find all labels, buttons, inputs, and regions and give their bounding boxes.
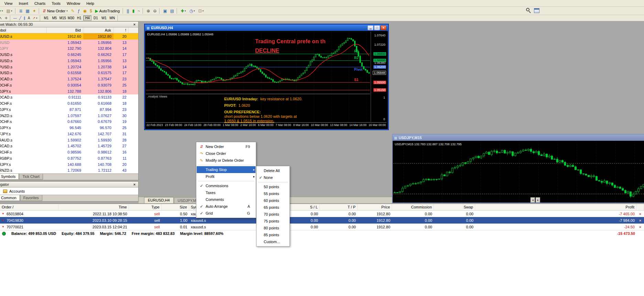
market-watch-row[interactable]: CHFJPY.s142.676142.70731 <box>0 131 138 137</box>
market-watch-row[interactable]: EURUSD1.059431.0595613 <box>0 39 138 46</box>
market-watch-row[interactable]: EURCHF.s0.985960.9861216 <box>0 149 138 155</box>
experts-button[interactable]: ƒ <box>76 8 81 14</box>
market-watch-row[interactable]: EURUSD.s1.059431.0595613 <box>0 58 138 64</box>
menu-view[interactable]: View <box>1 0 16 7</box>
candlestick-chart-button[interactable]: ▮ <box>131 8 136 14</box>
terminal-column-order[interactable]: Order / <box>0 204 58 210</box>
menu-item-75-points[interactable]: 75 points <box>257 218 289 225</box>
menu-item-profit[interactable]: Profit▸ <box>197 173 255 180</box>
search-icon[interactable] <box>526 8 531 13</box>
market-watch-row[interactable]: USDJPY.s132.788132.80618 <box>0 88 138 94</box>
timeframe-h1[interactable]: H1 <box>75 15 83 21</box>
market-watch-column-spread[interactable]: ! <box>113 27 129 33</box>
cascade-windows-button[interactable]: ▤ <box>169 8 175 14</box>
menu-item-85-points[interactable]: 85 points <box>257 231 289 238</box>
menu-item-60-points[interactable]: 60 points <box>257 197 289 204</box>
market-watch-row[interactable]: EURJPY.s140.688140.70820 <box>0 161 138 168</box>
menu-item-custom[interactable]: Custom... <box>257 238 289 245</box>
timeframe-h4[interactable]: H4 <box>83 15 91 21</box>
timeframe-m30[interactable]: M30 <box>67 15 75 21</box>
terminal-column-time[interactable]: Time <box>58 204 129 210</box>
menu-item-taxes[interactable]: Taxes <box>197 189 255 196</box>
menu-item-80-points[interactable]: 80 points <box>257 225 289 231</box>
market-watch-button[interactable]: ≣ <box>18 8 23 14</box>
eurusd-chart-area[interactable]: EURUSD,H4 1.05896 1.05989 1.05862 1.0594… <box>145 31 388 129</box>
zoom-out-button[interactable]: ⊖ <box>152 8 157 14</box>
market-watch-row[interactable]: AUDCHF.s0.616500.6166818 <box>0 100 138 106</box>
market-watch-column-symbol[interactable]: Symbol <box>0 27 47 33</box>
indicators-button[interactable]: ✚▾ <box>179 8 187 14</box>
tab-favorites[interactable]: Favorites <box>20 195 42 201</box>
close-position-button[interactable]: × <box>636 218 644 223</box>
navigator-titlebar[interactable]: Navigator × <box>0 182 138 187</box>
market-watch-column-bid[interactable]: Bid <box>47 27 83 33</box>
minimize-button[interactable]: ▁ <box>368 25 373 30</box>
market-watch-row[interactable]: AUDJPY.s87.97187.99423 <box>0 106 138 113</box>
close-position-button[interactable]: × <box>636 225 644 229</box>
autotrading-button[interactable]: ▶AutoTrading <box>94 8 121 14</box>
menu-insert[interactable]: Insert <box>15 0 31 7</box>
menu-window[interactable]: Window <box>64 0 83 7</box>
line-chart-button[interactable]: ~ <box>136 8 141 14</box>
menu-help[interactable]: Help <box>83 0 97 7</box>
order-row[interactable]: ▼704198302023.03.10 09:28:15sell1.00xauu… <box>0 217 644 224</box>
menu-item-70-points[interactable]: 70 points <box>257 211 289 218</box>
terminal-column-size[interactable]: Size <box>162 204 189 210</box>
text-button[interactable]: A <box>27 15 31 21</box>
market-watch-titlebar[interactable]: Market Watch: 06:55:30 × <box>0 22 138 27</box>
mql5-community-button[interactable]: ◉ <box>81 8 87 14</box>
terminal-column-s-l[interactable]: S / L <box>291 204 320 210</box>
terminal-column-commission[interactable]: Commission <box>392 204 434 210</box>
market-watch-row[interactable]: NZDUSD.s0.615580.6157517 <box>0 70 138 76</box>
new-chart-button[interactable]: ✚▾ <box>0 8 4 14</box>
zoom-in-button[interactable]: ⊕ <box>145 8 151 14</box>
market-watch-row[interactable]: CADCHF.s0.676600.6767919 <box>0 119 138 125</box>
bar-chart-button[interactable]: ||| <box>125 8 130 14</box>
market-watch-row[interactable]: EURAUD.s1.599021.5993028 <box>0 137 138 143</box>
menu-item-commissions[interactable]: ✓Commissions <box>197 182 255 189</box>
close-button[interactable]: × <box>381 25 386 30</box>
menu-item-close-order[interactable]: ↷Close Order <box>197 150 255 157</box>
tab-common[interactable]: Common <box>0 195 20 201</box>
timeframe-mn[interactable]: MN <box>108 15 116 21</box>
timeframe-d1[interactable]: D1 <box>91 15 100 21</box>
data-window-button[interactable]: ▦ <box>24 8 31 14</box>
terminal-column-swap[interactable]: Swap <box>434 204 475 210</box>
crosshair-button[interactable]: ✛ <box>3 15 8 21</box>
usdjpy-window-titlebar[interactable]: ▦ USDJPY,M15 <box>393 135 644 141</box>
market-watch-row[interactable]: EURGBP.s0.877520.8776311 <box>0 155 138 161</box>
market-watch-row[interactable]: USDCAD.s1.375241.3754723 <box>0 76 138 82</box>
tile-windows-button[interactable]: ▣ <box>162 8 168 14</box>
metaeditor-button[interactable]: ✎ <box>70 8 76 14</box>
market-watch-row[interactable]: AUDCAD.s0.911110.9113322 <box>0 94 138 101</box>
order-row[interactable]: ▼707700212023.03.15 12:04:21sell0.01xauu… <box>0 224 644 230</box>
menu-item-50-points[interactable]: 50 points <box>257 183 289 190</box>
profiles-button[interactable]: ▤▾ <box>5 8 14 14</box>
menu-item-55-points[interactable]: 55 points <box>257 190 289 197</box>
mdi-tab-eurusd-h4[interactable]: EURUSD,H4 <box>144 197 174 203</box>
menu-item-modify-or-delete-order[interactable]: ✎Modify or Delete Order <box>197 157 255 164</box>
menu-item-grid[interactable]: ✓GridG <box>197 210 255 217</box>
market-watch-row[interactable]: CADJPY.s96.54596.57025 <box>0 125 138 131</box>
timeframe-m1[interactable]: M1 <box>42 15 50 21</box>
new-order-button[interactable]: ⇵New Order▾ <box>41 8 69 14</box>
menu-item-65-points[interactable]: 65 points <box>257 204 289 211</box>
timeframe-m5[interactable]: M5 <box>50 15 58 21</box>
market-watch-row[interactable]: EURCAD.s1.457021.4572927 <box>0 143 138 149</box>
templates-button[interactable]: ⊡▾ <box>197 8 205 14</box>
cursor-button[interactable]: ↖ <box>0 15 3 21</box>
market-watch-row[interactable]: EURNZD.s1.720691.7211243 <box>0 168 138 174</box>
tab-tick-chart[interactable]: Tick Chart <box>19 174 43 180</box>
close-icon[interactable]: × <box>132 182 137 186</box>
timeframe-m15[interactable]: M15 <box>58 15 67 21</box>
usdjpy-chart-area[interactable]: USDJPY,M15 132.783 132.887 132.708 132.7… <box>393 141 644 203</box>
terminal-column-price[interactable]: Price <box>358 204 392 210</box>
order-row[interactable]: ▼650198042022.11.18 10:38:50sell0.50xauu… <box>0 210 644 217</box>
menu-item-auto-arrange[interactable]: ✓Auto ArrangeA <box>197 203 255 210</box>
channel-button[interactable]: ∥ <box>23 15 26 21</box>
toolbox-icon[interactable] <box>534 8 539 13</box>
tab-scroll-left-button[interactable]: ◂ <box>531 197 535 203</box>
menu-item-comments[interactable]: Comments <box>197 196 255 203</box>
terminal-column-type[interactable]: Type <box>129 204 162 210</box>
navigator-button[interactable]: ✦ <box>31 8 37 14</box>
